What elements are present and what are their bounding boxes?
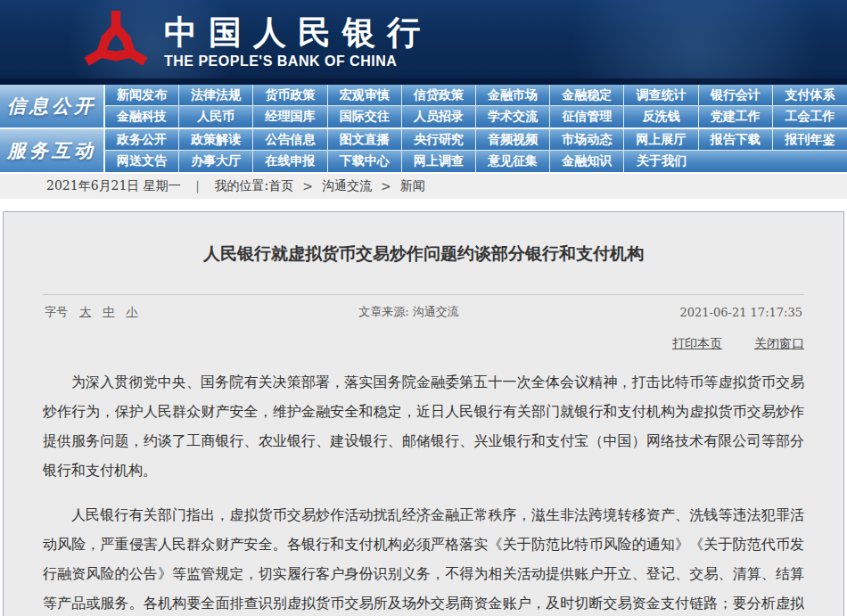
- font-size-small-button[interactable]: 小: [126, 305, 137, 318]
- nav-item[interactable]: 支付体系: [773, 85, 847, 106]
- nav-item[interactable]: 金融市场: [476, 85, 550, 106]
- article-source: 文章来源: 沟通交流: [358, 304, 459, 320]
- font-size-large-button[interactable]: 大: [79, 305, 91, 318]
- nav-item[interactable]: 意见征集: [476, 151, 550, 172]
- location-prefix: 我的位置:: [215, 178, 269, 194]
- nav-item[interactable]: 学术交流: [476, 106, 550, 127]
- nav-item[interactable]: 办事大厅: [179, 151, 253, 172]
- nav-item[interactable]: 市场动态: [550, 129, 624, 151]
- bank-name-cn: 中国人民银行: [164, 14, 432, 51]
- nav-item[interactable]: 信贷政策: [402, 85, 476, 106]
- nav-item[interactable]: 政策解读: [179, 129, 253, 151]
- nav-item[interactable]: 宏观审慎: [328, 85, 402, 106]
- breadcrumb-separator: >: [381, 179, 391, 193]
- nav-item[interactable]: 网上展厅: [624, 129, 698, 151]
- breadcrumb-section-link[interactable]: 沟通交流: [322, 178, 372, 194]
- nav-item[interactable]: 银行会计: [699, 85, 773, 106]
- nav-filler: [699, 151, 773, 172]
- nav-item[interactable]: 货币政策: [253, 85, 327, 106]
- breadcrumb-pipe: ｜: [192, 178, 204, 194]
- nav-item[interactable]: 下载中心: [328, 151, 402, 172]
- breadcrumb-separator: >: [302, 179, 313, 193]
- current-date: 2021年6月21日 星期一: [46, 178, 181, 194]
- nav-item[interactable]: 图文直播: [328, 129, 402, 151]
- article-body: 为深入贯彻党中央、国务院有关决策部署，落实国务院金融委第五十一次全体会议精神，打…: [43, 367, 804, 616]
- main-nav: 信息公开 新闻发布 法律法规 货币政策 宏观审慎 信贷政策 金融市场 金融稳定 …: [0, 85, 847, 174]
- article-title: 人民银行就虚拟货币交易炒作问题约谈部分银行和支付机构: [43, 242, 804, 266]
- nav-item[interactable]: 金融知识: [550, 151, 624, 172]
- nav-item[interactable]: 在线申报: [253, 151, 327, 172]
- nav-item[interactable]: 网上调查: [402, 151, 476, 172]
- article-datetime: 2021-06-21 17:17:35: [680, 306, 802, 319]
- nav-item[interactable]: 报告下载: [699, 129, 773, 151]
- bank-logo: 中国人民银行 THE PEOPLE'S BANK OF CHINA: [82, 6, 432, 78]
- nav-grid: 政务公开 政策解读 公告信息 图文直播 央行研究 音频视频 市场动态 网上展厅 …: [105, 129, 847, 172]
- site-header: 中国人民银行 THE PEOPLE'S BANK OF CHINA: [0, 0, 847, 85]
- nav-item[interactable]: 国际交往: [328, 106, 402, 127]
- nav-section-label-service-interaction[interactable]: 服务互动: [0, 129, 105, 172]
- breadcrumb: 2021年6月21日 星期一 ｜ 我的位置: 首页 > 沟通交流 > 新闻: [0, 174, 847, 199]
- guilloche-watermark: [571, 0, 820, 85]
- article-actions: 打印本页 关闭窗口: [43, 336, 804, 352]
- font-size-medium-button[interactable]: 中: [103, 305, 114, 318]
- nav-item[interactable]: 公告信息: [253, 129, 327, 151]
- nav-item[interactable]: 关于我们: [624, 151, 698, 172]
- nav-item[interactable]: 征信管理: [550, 106, 624, 127]
- font-size-controls: 字号 大 中 小: [45, 304, 137, 320]
- article-paragraph: 人民银行有关部门指出，虚拟货币交易炒作活动扰乱经济金融正常秩序，滋生非法跨境转移…: [43, 500, 804, 616]
- nav-item[interactable]: 经理国库: [253, 106, 327, 127]
- nav-section-service-interaction: 服务互动 政务公开 政策解读 公告信息 图文直播 央行研究 音频视频 市场动态 …: [0, 129, 847, 172]
- nav-item[interactable]: 工会工作: [773, 106, 847, 127]
- nav-section-label-info-disclosure[interactable]: 信息公开: [0, 85, 105, 127]
- breadcrumb-home-link[interactable]: 首页: [268, 178, 293, 194]
- nav-item[interactable]: 政务公开: [105, 129, 179, 151]
- nav-item[interactable]: 音频视频: [476, 129, 550, 151]
- nav-item[interactable]: 央行研究: [402, 129, 476, 151]
- nav-grid: 新闻发布 法律法规 货币政策 宏观审慎 信贷政策 金融市场 金融稳定 调查统计 …: [105, 85, 847, 127]
- nav-item[interactable]: 人员招录: [402, 106, 476, 127]
- article-meta-row: 字号 大 中 小 文章来源: 沟通交流 2021-06-21 17:17:35: [43, 295, 804, 320]
- font-size-label: 字号: [45, 305, 68, 318]
- pboc-emblem-icon: [82, 6, 150, 78]
- nav-item[interactable]: 党建工作: [699, 106, 773, 127]
- close-window-link[interactable]: 关闭窗口: [754, 336, 804, 352]
- nav-item[interactable]: 调查统计: [624, 85, 698, 106]
- nav-item[interactable]: 法律法规: [179, 85, 253, 106]
- bank-titles: 中国人民银行 THE PEOPLE'S BANK OF CHINA: [164, 14, 432, 70]
- nav-section-info-disclosure: 信息公开 新闻发布 法律法规 货币政策 宏观审慎 信贷政策 金融市场 金融稳定 …: [0, 85, 847, 129]
- print-page-link[interactable]: 打印本页: [672, 336, 722, 352]
- nav-item[interactable]: 网送文告: [105, 151, 179, 172]
- article-paragraph: 为深入贯彻党中央、国务院有关决策部署，落实国务院金融委第五十一次全体会议精神，打…: [43, 367, 804, 485]
- nav-item[interactable]: 人民币: [179, 106, 253, 127]
- nav-item[interactable]: 新闻发布: [105, 85, 179, 106]
- nav-item[interactable]: 金融科技: [105, 106, 179, 127]
- nav-item[interactable]: 报刊年鉴: [773, 129, 847, 151]
- bank-name-en: THE PEOPLE'S BANK OF CHINA: [164, 53, 432, 70]
- breadcrumb-current: 新闻: [400, 178, 425, 194]
- nav-item[interactable]: 金融稳定: [550, 85, 624, 106]
- nav-filler: [773, 151, 847, 172]
- article-panel: 人民银行就虚拟货币交易炒作问题约谈部分银行和支付机构 字号 大 中 小 文章来源…: [3, 211, 844, 616]
- nav-item[interactable]: 反洗钱: [624, 106, 698, 127]
